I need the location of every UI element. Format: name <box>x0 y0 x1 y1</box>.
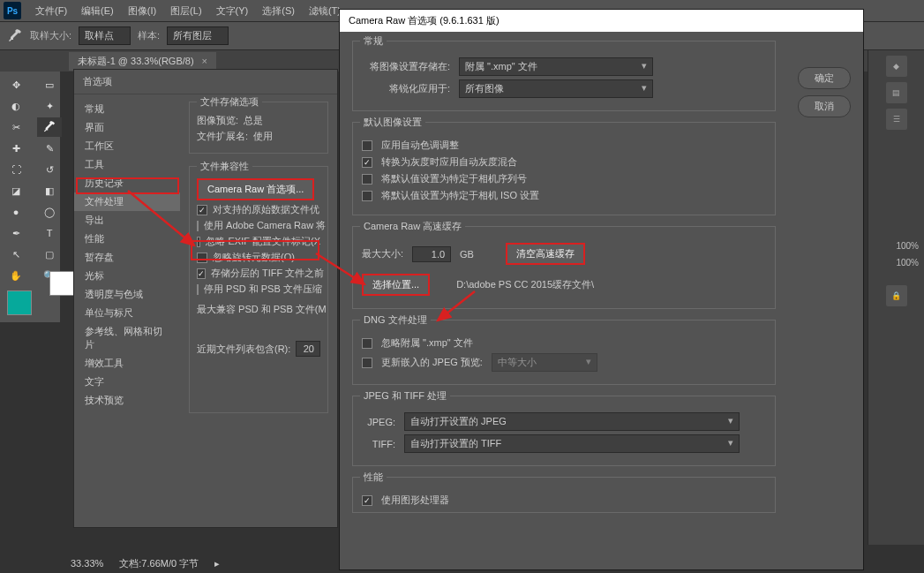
checkbox-icon[interactable] <box>197 221 199 231</box>
pref-cat-performance[interactable]: 性能 <box>74 230 180 248</box>
max-compat-label: 最大兼容 PSD 和 PSB 文件(M <box>197 303 327 316</box>
pref-cat-history[interactable]: 历史记录 <box>74 174 180 192</box>
save-settings-label: 将图像设置存储在: <box>362 60 450 73</box>
brush-tool-icon[interactable]: ✎ <box>37 139 62 158</box>
pref-cat-tools[interactable]: 工具 <box>74 155 180 174</box>
type-tool-icon[interactable]: T <box>37 223 62 243</box>
eraser-tool-icon[interactable]: ◪ <box>4 181 28 200</box>
preferences-categories: 常规 界面 工作区 工具 历史记录 文件处理 导出 性能 暂存盘 光标 透明度与… <box>74 94 180 527</box>
checkbox-icon[interactable] <box>362 338 372 349</box>
cancel-button[interactable]: 取消 <box>798 95 851 117</box>
pref-cat-plugins[interactable]: 增效工具 <box>74 354 180 373</box>
camera-raw-prefs-button[interactable]: Camera Raw 首选项... <box>197 178 314 200</box>
dng-update-select[interactable]: 中等大小 <box>492 353 597 372</box>
history-brush-icon[interactable]: ↺ <box>37 160 62 179</box>
pref-cat-export[interactable]: 导出 <box>74 211 180 230</box>
menu-type[interactable]: 文字(Y) <box>209 4 256 18</box>
checkbox-icon[interactable] <box>362 174 372 185</box>
heal-tool-icon[interactable]: ✚ <box>4 139 28 158</box>
gradient-tool-icon[interactable]: ◧ <box>37 181 62 200</box>
jpeg-select[interactable]: 自动打开设置的 JPEG <box>404 412 740 431</box>
tiff-select[interactable]: 自动打开设置的 TIFF <box>404 434 740 453</box>
sample-select[interactable]: 所有图层 <box>167 26 229 45</box>
sample-size-label: 取样大小: <box>30 29 71 42</box>
checkbox-icon[interactable] <box>362 157 372 168</box>
menu-edit[interactable]: 编辑(E) <box>74 4 121 18</box>
marquee-tool-icon[interactable]: ▭ <box>37 75 62 94</box>
pref-cat-scratch[interactable]: 暂存盘 <box>74 248 180 267</box>
choose-location-button[interactable]: 选择位置... <box>362 274 430 296</box>
crop-tool-icon[interactable]: ✂ <box>4 117 28 137</box>
clear-cache-button[interactable]: 清空高速缓存 <box>506 243 585 265</box>
save-settings-select[interactable]: 附属 ".xmp" 文件 <box>459 57 653 76</box>
cr-dng-label: DNG 文件处理 <box>360 313 431 327</box>
sample-label: 样本: <box>138 29 160 42</box>
background-swatch[interactable] <box>49 271 74 296</box>
pref-cat-transparency[interactable]: 透明度与色域 <box>74 285 180 304</box>
zoom-level[interactable]: 33.33% <box>71 558 103 569</box>
app-logo: Ps <box>4 2 21 19</box>
pref-cat-interface[interactable]: 界面 <box>74 118 180 137</box>
checkbox-icon[interactable] <box>362 191 372 201</box>
cr-jt-label: JPEG 和 TIFF 处理 <box>360 389 450 403</box>
file-storage-group: 文件存储选项 图像预览:总是 文件扩展名:使用 <box>189 102 328 154</box>
pref-cat-guides[interactable]: 参考线、网格和切片 <box>74 322 180 354</box>
checkbox-icon[interactable] <box>362 358 372 368</box>
cache-max-input[interactable]: 1.0 <box>412 246 451 262</box>
sample-size-select[interactable]: 取样点 <box>79 26 131 45</box>
checkbox-icon[interactable] <box>362 140 372 151</box>
menu-layer[interactable]: 图层(L) <box>163 4 208 18</box>
pref-cat-workspace[interactable]: 工作区 <box>74 137 180 155</box>
pref-cat-general[interactable]: 常规 <box>74 100 180 118</box>
pref-cat-tech[interactable]: 技术预览 <box>74 391 180 410</box>
file-ext-value[interactable]: 使用 <box>253 130 273 143</box>
document-tab[interactable]: 未标题-1 @ 33.3%(RGB/8) × <box>69 52 216 71</box>
menu-image[interactable]: 图像(I) <box>121 4 163 18</box>
panel-icon[interactable]: ▤ <box>886 82 907 103</box>
sharpen-select[interactable]: 所有图像 <box>459 79 653 98</box>
tiff-label: TIFF: <box>362 439 395 449</box>
shape-tool-icon[interactable]: ▢ <box>37 245 62 264</box>
checkbox-icon[interactable] <box>197 237 200 247</box>
ok-button[interactable]: 确定 <box>798 67 851 89</box>
panel-icon[interactable]: ☰ <box>886 109 907 130</box>
stamp-tool-icon[interactable]: ⛶ <box>4 160 28 179</box>
pref-cat-file-handling[interactable]: 文件处理 <box>74 192 180 211</box>
pen-tool-icon[interactable]: ✒ <box>4 223 28 243</box>
pref-cat-cursors[interactable]: 光标 <box>74 267 180 285</box>
cache-max-label: 最大大小: <box>362 247 403 260</box>
checkbox-icon[interactable] <box>362 495 372 506</box>
lock-icon[interactable]: 🔒 <box>886 285 907 306</box>
image-preview-value[interactable]: 总是 <box>244 114 263 127</box>
sharpen-label: 将锐化应用于: <box>362 82 450 95</box>
toolbox: ✥ ▭ ◐ ✦ ✂ ✚ ✎ ⛶ ↺ ◪ ◧ ● ◯ ✒ T ↖ ▢ ✋ 🔍 <box>0 72 60 322</box>
hand-tool-icon[interactable]: ✋ <box>4 266 28 285</box>
wand-tool-icon[interactable]: ✦ <box>37 96 62 116</box>
cr-general-label: 常规 <box>360 34 387 48</box>
lasso-tool-icon[interactable]: ◐ <box>4 96 28 116</box>
panel-icon[interactable]: ◆ <box>886 56 907 77</box>
status-chevron-icon[interactable]: ▸ <box>214 558 220 569</box>
move-tool-icon[interactable]: ✥ <box>4 75 28 94</box>
menu-select[interactable]: 选择(S) <box>255 4 302 18</box>
foreground-swatch[interactable] <box>7 290 32 315</box>
checkbox-icon[interactable] <box>197 205 207 215</box>
file-storage-label: 文件存储选项 <box>197 95 262 109</box>
dodge-tool-icon[interactable]: ◯ <box>37 202 62 222</box>
dng-update-label: 更新嵌入的 JPEG 预览: <box>381 356 483 369</box>
eyedropper-tool-icon[interactable] <box>37 117 62 137</box>
checkbox-icon[interactable] <box>197 268 206 279</box>
checkbox-icon[interactable] <box>197 253 207 263</box>
close-tab-icon[interactable]: × <box>201 56 207 66</box>
pref-cat-type[interactable]: 文字 <box>74 373 180 391</box>
cr-dng-group: DNG 文件处理 忽略附属 ".xmp" 文件 更新嵌入的 JPEG 预览:中等… <box>352 320 776 385</box>
pref-cat-units[interactable]: 单位与标尺 <box>74 304 180 322</box>
compat-row-1: 使用 Adobe Camera Raw 将 <box>204 219 326 232</box>
blur-tool-icon[interactable]: ● <box>4 202 28 222</box>
path-tool-icon[interactable]: ↖ <box>4 245 28 264</box>
menu-file[interactable]: 文件(F) <box>28 4 74 18</box>
compat-row-3: 忽略旋转元数据(O) <box>213 251 295 264</box>
recent-files-value[interactable]: 20 <box>296 341 320 357</box>
file-compat-label: 文件兼容性 <box>197 160 252 173</box>
checkbox-icon[interactable] <box>197 284 199 295</box>
